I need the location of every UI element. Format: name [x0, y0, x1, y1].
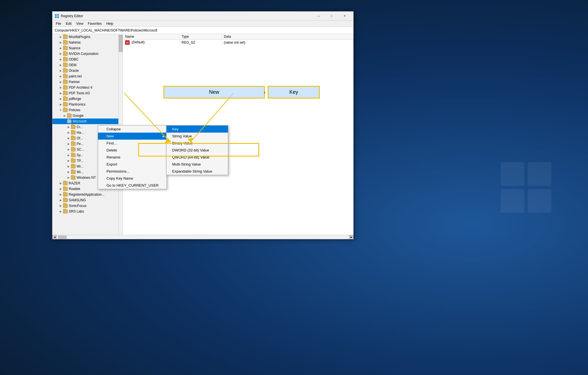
folder-icon-google [67, 114, 72, 118]
folder-icon-microsoft [67, 119, 72, 123]
expand-nahimic[interactable]: ▶ [59, 41, 63, 44]
tree-item-sonicfocus[interactable]: ▶ SonicFocus [52, 203, 118, 209]
tree-item-google[interactable]: ▶ Google [52, 113, 118, 119]
scroll-right-button[interactable]: ▶ [349, 235, 353, 239]
ctx-permissions[interactable]: Permissions... [98, 168, 167, 175]
folder-icon-policies [63, 108, 68, 112]
tree-label: Plantronics [69, 102, 85, 106]
tree-item-mozillaplugins[interactable]: ▶ MozillaPlugins [52, 34, 118, 40]
submenu-multistring-value[interactable]: Multi-String Value [167, 161, 228, 168]
tree-item-samsung[interactable]: ▶ SAMSUNG [52, 197, 118, 203]
tree-item-microsoft[interactable]: ▼ Microsoft [52, 119, 118, 124]
tree-item-plantronics[interactable]: ▶ Plantronics [52, 102, 118, 107]
tree-item-oem[interactable]: ▶ OEM [52, 62, 118, 68]
expand-regapps[interactable]: ▶ [59, 193, 63, 197]
ctx-export[interactable]: Export [98, 161, 167, 168]
svg-rect-0 [501, 162, 524, 186]
tree-item-pdfforge[interactable]: ▶ pdfforge [52, 96, 118, 102]
ctx-rename[interactable]: Rename [98, 154, 167, 161]
submenu-binary-value[interactable]: Binary Value [167, 140, 228, 147]
expand-mozillaplugins[interactable]: ▶ [59, 35, 63, 39]
tree-item-srslabs[interactable]: ▶ SRS Labs [52, 209, 118, 214]
scroll-left-button[interactable]: ◀ [52, 235, 57, 239]
annotation-new-label: New [209, 89, 219, 95]
expand-partner[interactable]: ▶ [59, 80, 63, 84]
submenu-qword-value[interactable]: QWORD (64-bit) Value [167, 154, 228, 161]
expand-sy[interactable]: ▶ [66, 153, 70, 157]
folder-icon-sc [71, 148, 76, 151]
expand-nvidia[interactable]: ▶ [59, 52, 63, 56]
menu-favorites[interactable]: Favorites [86, 21, 104, 26]
expand-sc[interactable]: ▶ [66, 148, 70, 151]
tree-label: paint.net [69, 74, 82, 78]
expand-samsung[interactable]: ▶ [59, 198, 63, 202]
ctx-new[interactable]: New [98, 133, 167, 140]
expand-oracle[interactable]: ▶ [59, 69, 63, 73]
expand-policies[interactable]: ▼ [59, 108, 63, 112]
horizontal-scrollbar[interactable]: ◀ ▶ [52, 235, 353, 239]
svg-rect-5 [57, 14, 59, 16]
ctx-goto-hkcu[interactable]: Go to HKEY_CURRENT_USER [98, 182, 167, 189]
expand-pdfforge[interactable]: ▶ [59, 97, 63, 101]
expand-plantronics[interactable]: ▶ [59, 102, 63, 106]
tree-item-partner[interactable]: ▶ Partner [52, 79, 118, 85]
tree-item-regapps[interactable]: ▶ RegisteredApplication... [52, 192, 118, 197]
folder-icon-of [71, 136, 76, 140]
menu-file[interactable]: File [54, 21, 63, 26]
expand-realtek[interactable]: ▶ [59, 187, 63, 191]
ctx-delete[interactable]: Delete [98, 147, 167, 154]
expand-cr[interactable]: ▶ [66, 125, 70, 129]
svg-rect-2 [501, 189, 524, 213]
expand-windowsnt[interactable]: ▶ [66, 176, 70, 180]
menu-edit[interactable]: Edit [63, 21, 74, 26]
menu-help[interactable]: Help [104, 21, 116, 26]
tree-item-odbc[interactable]: ▶ ODBC [52, 57, 118, 62]
folder-icon-razer [63, 181, 68, 185]
expand-razer[interactable]: ▶ [59, 181, 63, 185]
minimize-button[interactable]: — [312, 12, 325, 21]
annotation-key-box: Key [268, 86, 320, 99]
ctx-collapse[interactable]: Collapse [98, 126, 167, 133]
tree-item-pdftoolsag[interactable]: ▶ PDF Tools AG [52, 90, 118, 96]
expand-microsoft[interactable]: ▼ [63, 119, 66, 123]
expand-pe[interactable]: ▶ [66, 142, 70, 146]
ctx-find[interactable]: Find... [98, 140, 167, 147]
table-row[interactable]: ab (Default) REG_SZ (value not set) [123, 39, 353, 46]
submenu-expandable-value[interactable]: Expandable String Value [167, 168, 228, 175]
expand-srslabs[interactable]: ▶ [59, 209, 63, 213]
expand-google[interactable]: ▶ [63, 114, 66, 118]
tree-item-policies[interactable]: ▼ Policies [52, 107, 118, 113]
close-button[interactable]: ✕ [338, 12, 351, 21]
expand-wi2[interactable]: ▶ [66, 170, 70, 174]
maximize-button[interactable]: □ [325, 12, 338, 21]
h-scroll-thumb-inner[interactable] [58, 236, 66, 239]
menu-view[interactable]: View [74, 21, 86, 26]
col-data: Data [221, 34, 353, 39]
expand-pdftoolsag[interactable]: ▶ [59, 91, 63, 95]
expand-nuance[interactable]: ▶ [59, 46, 63, 50]
expand-pdfarchitect[interactable]: ▶ [59, 86, 63, 90]
expand-of[interactable]: ▶ [66, 136, 70, 140]
tree-item-paintnet[interactable]: ▶ paint.net [52, 73, 118, 79]
tree-label: Cr... [77, 125, 83, 129]
registry-table: Name Type Data ab (Default) REG_SZ (valu… [123, 34, 353, 46]
tree-item-oracle[interactable]: ▶ Oracle [52, 68, 118, 73]
tree-item-nahimic[interactable]: ▶ Nahimic [52, 40, 118, 45]
expand-odbc[interactable]: ▶ [59, 57, 63, 61]
expand-wi1[interactable]: ▶ [66, 164, 70, 168]
expand-sonicfocus[interactable]: ▶ [59, 204, 63, 208]
expand-ha[interactable]: ▶ [66, 131, 70, 135]
tree-item-nuance[interactable]: ▶ Nuance [52, 45, 118, 51]
expand-tp[interactable]: ▶ [66, 159, 70, 163]
expand-oem[interactable]: ▶ [59, 63, 63, 67]
ctx-copy-key-name[interactable]: Copy Key Name [98, 175, 167, 182]
submenu-dword-value[interactable]: DWORD (32-bit) Value [167, 147, 228, 154]
tree-item-nvidia[interactable]: ▶ NVIDIA Corporation [52, 51, 118, 57]
submenu-key[interactable]: Key [167, 126, 228, 133]
scroll-thumb[interactable] [119, 35, 123, 52]
folder-icon-wi1 [71, 164, 76, 168]
expand-paintnet[interactable]: ▶ [59, 74, 63, 78]
h-scroll-track[interactable] [57, 235, 349, 239]
tree-item-pdfarchitect[interactable]: ▶ PDF Architect 4 [52, 85, 118, 90]
submenu-string-value[interactable]: String Value [167, 133, 228, 140]
